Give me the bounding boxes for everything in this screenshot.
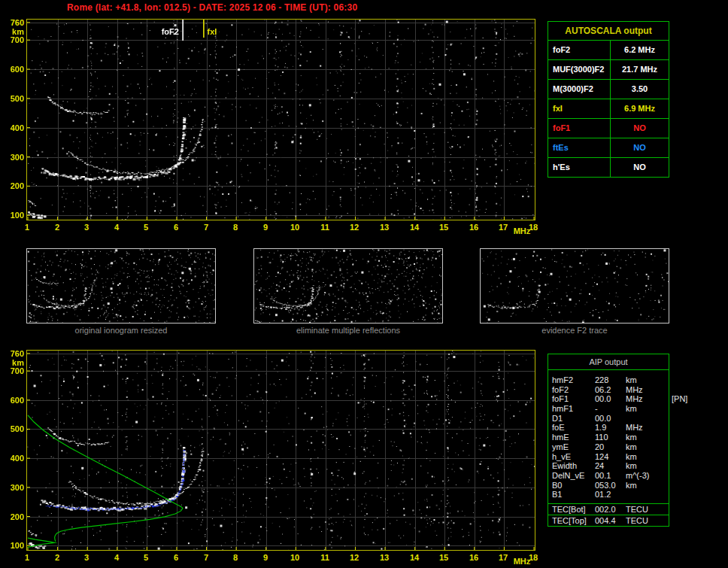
aip-name: foF1 [552, 394, 569, 404]
thumbnail-f2-trace-canvas [481, 249, 669, 323]
x-axis-unit-label: MHz [513, 226, 531, 235]
x-tick-label: 1 [18, 223, 36, 232]
aip-unit: km [626, 433, 637, 442]
y-tick-label: 200 [5, 512, 24, 521]
thumbnail-f2-trace [480, 248, 669, 323]
aip-val: 228 [595, 375, 608, 385]
aip-row-hmf1: hmF1-km [548, 404, 669, 414]
x-tick-label: 10 [286, 223, 304, 232]
aip-table-tec-rows: TEC[Bot]002.0TECUTEC[Top]004.4TECU [548, 503, 669, 526]
x-tick-label: 4 [108, 553, 126, 562]
aip-name: h_vE [552, 452, 571, 462]
aip-name: B0 [552, 481, 562, 491]
parameter-value: 21.7 MHz [611, 60, 669, 79]
main-ionogram-canvas [27, 20, 535, 220]
autoscala-row-fof2: foF26.2 MHz [548, 41, 669, 60]
autoscala-table-rows: foF26.2 MHzMUF(3000)F221.7 MHzM(3000)F23… [548, 41, 669, 177]
autoscala-row-fxi: fxI6.9 MHz [548, 99, 669, 119]
x-tick-label: 7 [197, 223, 215, 232]
parameter-value: 6.2 MHz [611, 41, 669, 59]
aip-ionogram-canvas [27, 351, 535, 550]
autoscala-output-table: AUTOSCALA output foF26.2 MHzMUF(3000)F22… [548, 21, 669, 178]
aip-val: 002.0 [595, 504, 616, 515]
aip-row-tectop: TEC[Top]004.4TECU [548, 515, 669, 526]
x-tick-label: 10 [286, 553, 304, 562]
x-tick-label: 15 [435, 223, 453, 232]
x-tick-label: 12 [345, 223, 363, 232]
y-tick-label: 760 [5, 349, 24, 358]
y-tick-label: 600 [5, 396, 24, 405]
aip-row-b0: B0053.0km [548, 481, 669, 491]
x-tick-label: 8 [226, 553, 244, 562]
station-title: Rome (lat: +41.8, lon: 012.5) - DATE: 20… [67, 2, 357, 13]
parameter-label: M(3000)F2 [548, 80, 611, 99]
aip-name: Ewidth [552, 461, 577, 471]
aip-val: - [595, 404, 598, 414]
x-tick-label: 17 [494, 553, 512, 562]
autoscala-row-m3000f2: M(3000)F23.50 [548, 80, 669, 99]
y-tick-label: 100 [5, 211, 24, 220]
aip-unit: TECU [626, 515, 648, 526]
y-tick-label: 300 [5, 483, 24, 492]
x-tick-label: 3 [77, 553, 96, 562]
y-tick-label: 600 [5, 65, 24, 74]
x-axis-unit-label: MHz [513, 557, 531, 566]
aip-unit: MHz [626, 423, 643, 433]
parameter-value: 6.9 MHz [611, 99, 669, 118]
parameter-label: foF2 [548, 41, 611, 59]
parameter-label: MUF(3000)F2 [548, 60, 611, 79]
aip-row-hve: h_vE124km [548, 452, 669, 462]
y-tick-label: 300 [5, 153, 24, 162]
parameter-label: ftEs [548, 138, 611, 157]
aip-val: 24 [595, 461, 604, 471]
y-tick-label: 200 [5, 181, 24, 190]
thumbnail-caption-f2: evidence F2 trace [480, 326, 669, 335]
y-tick-label: 100 [5, 541, 24, 550]
aip-row-ewidth: Ewidth24km [548, 461, 669, 471]
x-tick-label: 5 [137, 553, 155, 562]
aip-name: D1 [552, 414, 563, 424]
thumbnail-original-ionogram [26, 248, 216, 323]
parameter-value: NO [611, 119, 669, 138]
aip-name: foE [552, 423, 565, 433]
y-tick-label: 400 [5, 123, 24, 132]
aip-val: 00.1 [595, 471, 611, 481]
y-tick-label: 700 [5, 35, 24, 44]
autoscala-table-title: AUTOSCALA output [548, 22, 669, 41]
x-tick-label: 16 [465, 223, 483, 232]
aip-name: hmF1 [552, 404, 573, 414]
aip-unit: km [626, 452, 637, 462]
aip-unit: MHz [626, 394, 643, 404]
aip-val: 00.0 [595, 394, 611, 404]
aip-unit: km [626, 404, 637, 414]
y-axis-unit-label: km [5, 27, 24, 36]
aip-val: 01.2 [595, 490, 611, 500]
parameter-label: h'Es [548, 158, 611, 177]
parameter-label: foF1 [548, 119, 611, 138]
aip-name: hmE [552, 433, 569, 442]
aip-unit: km [626, 481, 637, 491]
parameter-label: fxI [548, 99, 611, 118]
x-tick-label: 15 [435, 553, 453, 562]
thumbnail-caption-multiples: eliminate multiple reflections [253, 326, 443, 335]
x-tick-label: 13 [375, 553, 393, 562]
aip-name: B1 [552, 490, 562, 500]
aip-note: [PN] [672, 394, 687, 404]
aip-ionogram-plot [26, 350, 535, 551]
aip-name: TEC[Top] [552, 515, 587, 526]
aip-name: foF2 [552, 385, 569, 395]
aip-row-yme: ymE20km [548, 442, 669, 452]
aip-name: ymE [552, 442, 569, 452]
aip-val: 20 [595, 442, 604, 452]
x-tick-label: 4 [108, 223, 126, 232]
aip-val: 004.4 [595, 515, 616, 526]
x-tick-label: 6 [167, 553, 185, 562]
aip-row-d1: D100.0 [548, 414, 669, 424]
thumbnail-caption-original: original ionogram resized [26, 326, 216, 335]
thumbnail-original-canvas [27, 249, 215, 323]
aip-val: 00.0 [595, 414, 611, 424]
y-tick-label: 500 [5, 94, 24, 103]
aip-table-rows: hmF2228kmfoF206.2MHzfoF100.0MHz[PN]hmF1-… [548, 370, 669, 503]
aip-row-foe: foE1.9MHz [548, 423, 669, 433]
x-tick-label: 5 [137, 223, 155, 232]
